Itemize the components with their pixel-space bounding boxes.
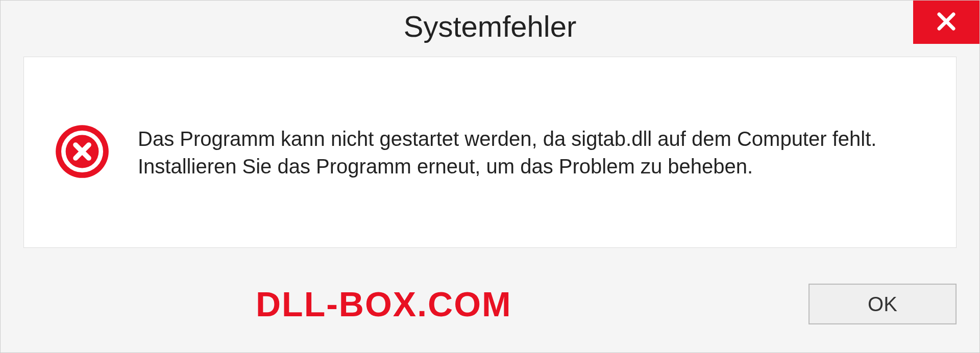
error-message: Das Programm kann nicht gestartet werden… xyxy=(138,125,925,180)
dialog-footer: DLL-BOX.COM OK xyxy=(1,256,979,352)
titlebar: Systemfehler xyxy=(1,1,979,52)
dialog-title: Systemfehler xyxy=(404,9,576,43)
content-panel: Das Programm kann nicht gestartet werden… xyxy=(23,57,957,248)
close-icon xyxy=(934,9,959,36)
ok-button[interactable]: OK xyxy=(808,284,957,324)
close-button[interactable] xyxy=(913,1,979,44)
error-icon xyxy=(55,124,110,181)
watermark-text: DLL-BOX.COM xyxy=(1,284,512,324)
error-dialog: Systemfehler Das Programm kann nicht ges… xyxy=(0,0,980,353)
